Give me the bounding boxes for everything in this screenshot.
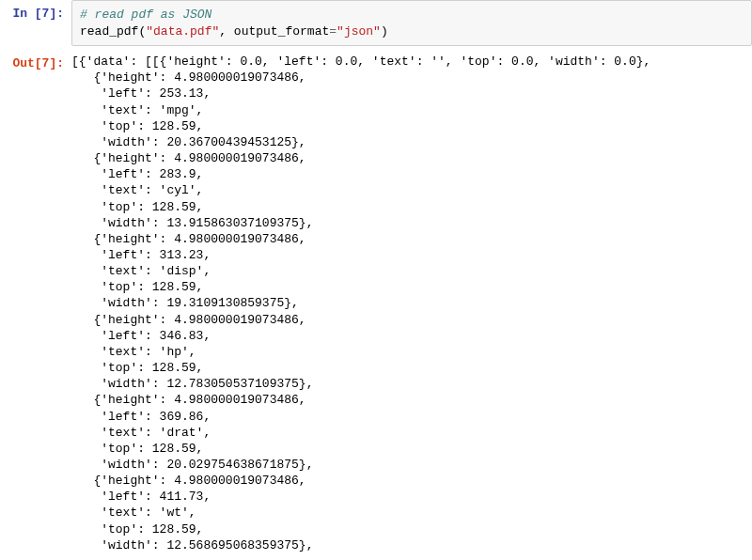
output-prompt-label: Out[7]: bbox=[12, 56, 64, 70]
output-line: 'text': 'drat', bbox=[71, 425, 752, 441]
code-input-area[interactable]: # read pdf as JSON read_pdf("data.pdf", … bbox=[71, 0, 752, 46]
output-line: 'top': 128.59, bbox=[71, 441, 752, 457]
close-paren: ) bbox=[381, 24, 388, 39]
output-line: 'top': 128.59, bbox=[71, 360, 752, 376]
code-output-area: [{'data': [[{'height': 0.0, 'left': 0.0,… bbox=[71, 50, 752, 553]
output-line: 'top': 128.59, bbox=[71, 279, 752, 295]
output-line: 'text': 'mpg', bbox=[71, 102, 752, 118]
input-prompt-label: In [7]: bbox=[12, 7, 64, 21]
output-line: {'height': 4.980000019073486, bbox=[71, 473, 752, 489]
output-line: 'left': 283.9, bbox=[71, 166, 752, 182]
comma: , bbox=[219, 24, 234, 39]
output-line: {'height': 4.980000019073486, bbox=[71, 231, 752, 247]
output-line: 'left': 313.23, bbox=[71, 247, 752, 263]
output-line: 'width': 12.783050537109375}, bbox=[71, 376, 752, 392]
output-line: {'height': 4.980000019073486, bbox=[71, 312, 752, 328]
output-line: 'width': 19.3109130859375}, bbox=[71, 295, 752, 311]
output-line: {'height': 4.980000019073486, bbox=[71, 150, 752, 166]
output-line: {'height': 4.980000019073486, bbox=[71, 392, 752, 408]
equals: = bbox=[329, 24, 337, 39]
code-kwarg-val: "json" bbox=[337, 24, 381, 39]
output-line: 'left': 253.13, bbox=[71, 86, 752, 101]
output-line: 'left': 346.83, bbox=[71, 328, 752, 344]
code-fn-name: read_pdf bbox=[80, 24, 138, 39]
output-line: 'top': 128.59, bbox=[71, 199, 752, 215]
output-line: 'width': 20.36700439453125}, bbox=[71, 134, 752, 150]
code-line-2: read_pdf("data.pdf", output_format="json… bbox=[80, 23, 744, 40]
output-line: 'text': 'wt', bbox=[71, 505, 752, 521]
output-line: 'text': 'disp', bbox=[71, 263, 752, 279]
code-kwarg-name: output_format bbox=[234, 24, 329, 39]
output-line: 'top': 128.59, bbox=[71, 118, 752, 134]
output-prompt: Out[7]: bbox=[0, 50, 71, 553]
input-prompt: In [7]: bbox=[0, 0, 71, 50]
output-line: 'top': 128.59, bbox=[71, 521, 752, 537]
output-line: 'text': 'hp', bbox=[71, 344, 752, 360]
notebook-output-cell: Out[7]: [{'data': [[{'height': 0.0, 'lef… bbox=[0, 50, 752, 553]
output-line: [{'data': [[{'height': 0.0, 'left': 0.0,… bbox=[71, 54, 752, 70]
output-line: {'height': 4.980000019073486, bbox=[71, 70, 752, 86]
output-line: 'width': 20.029754638671875}, bbox=[71, 457, 752, 473]
output-line: 'left': 411.73, bbox=[71, 489, 752, 505]
code-line-1: # read pdf as JSON bbox=[80, 7, 744, 23]
code-comment: # read pdf as JSON bbox=[80, 8, 212, 22]
output-line: 'text': 'cyl', bbox=[71, 182, 752, 198]
notebook-input-cell: In [7]: # read pdf as JSON read_pdf("dat… bbox=[0, 0, 752, 50]
output-line: 'width': 13.915863037109375}, bbox=[71, 215, 752, 231]
output-line: 'width': 12.568695068359375}, bbox=[71, 537, 752, 553]
output-line: 'left': 369.86, bbox=[71, 409, 752, 425]
code-arg-file: "data.pdf" bbox=[146, 24, 219, 39]
